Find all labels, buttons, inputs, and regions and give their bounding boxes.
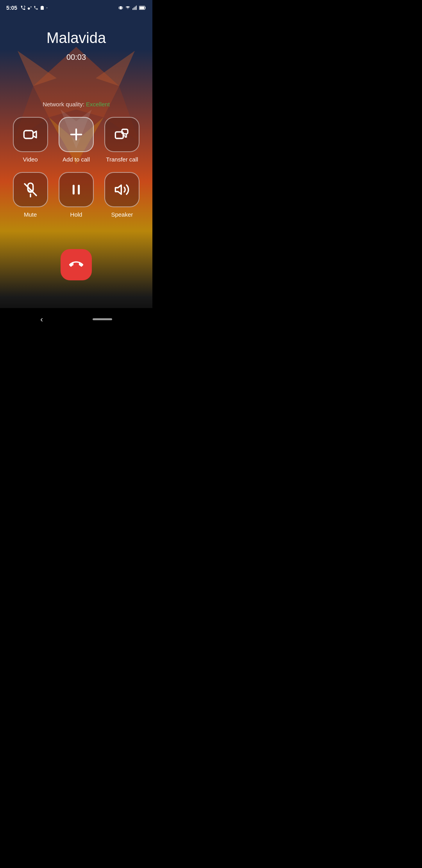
status-right xyxy=(118,5,146,11)
video-button[interactable] xyxy=(13,117,48,152)
transfer-call-label: Transfer call xyxy=(106,156,138,163)
missed-call-icon xyxy=(20,5,26,11)
plus-icon xyxy=(68,127,84,142)
speaker-button[interactable] xyxy=(104,172,139,207)
navigation-bar: ‹ xyxy=(0,308,152,330)
hold-button[interactable] xyxy=(59,172,94,207)
video-label: Video xyxy=(23,156,38,163)
pause-icon xyxy=(68,182,84,197)
back-button[interactable]: ‹ xyxy=(40,315,43,324)
video-button-wrapper[interactable]: Video xyxy=(11,117,49,163)
status-icons: · xyxy=(20,4,48,11)
svg-point-6 xyxy=(29,8,29,9)
end-call-wrapper xyxy=(61,249,92,280)
status-bar: 5:05 · xyxy=(0,0,152,14)
mute-label: Mute xyxy=(24,211,37,218)
signal-icon xyxy=(132,5,138,11)
phone-status-icon xyxy=(34,5,38,10)
hold-label: Hold xyxy=(70,211,82,218)
transfer-icon xyxy=(114,127,130,142)
key-icon xyxy=(27,5,32,10)
add-to-call-button-wrapper[interactable]: Add to call xyxy=(57,117,95,163)
speaker-icon xyxy=(114,182,130,197)
vibrate-icon xyxy=(118,5,123,11)
svg-rect-14 xyxy=(139,7,144,9)
battery-icon xyxy=(139,5,146,10)
transfer-call-button[interactable] xyxy=(104,117,139,152)
wifi-icon xyxy=(125,5,131,11)
network-quality-status: Excellent xyxy=(86,101,110,108)
caller-name: Malavida xyxy=(46,30,106,47)
mute-icon xyxy=(23,182,38,197)
speaker-label: Speaker xyxy=(111,211,133,218)
transfer-call-button-wrapper[interactable]: Transfer call xyxy=(103,117,141,163)
end-call-button[interactable] xyxy=(61,249,92,280)
mute-button-wrapper[interactable]: Mute xyxy=(11,172,49,218)
end-call-icon xyxy=(69,258,83,272)
video-icon xyxy=(23,127,38,142)
status-left: 5:05 · xyxy=(6,4,48,11)
svg-rect-15 xyxy=(24,131,33,138)
svg-marker-24 xyxy=(116,185,122,194)
main-content: Malavida 00:03 Network quality: Excellen… xyxy=(0,14,152,292)
hold-button-wrapper[interactable]: Hold xyxy=(57,172,95,218)
add-to-call-label: Add to call xyxy=(63,156,90,163)
status-time: 5:05 xyxy=(6,5,17,11)
call-duration: 00:03 xyxy=(66,53,86,62)
network-quality-label: Network quality: Excellent xyxy=(43,101,110,108)
speaker-button-wrapper[interactable]: Speaker xyxy=(103,172,141,218)
svg-rect-11 xyxy=(135,7,136,10)
mute-button[interactable] xyxy=(13,172,48,207)
clipboard-icon xyxy=(40,5,45,10)
svg-rect-9 xyxy=(132,8,133,10)
home-indicator[interactable] xyxy=(93,318,112,320)
call-controls-grid: Video Add to call Transfer call xyxy=(2,117,150,218)
svg-rect-12 xyxy=(136,5,137,10)
dot-icon: · xyxy=(46,4,48,11)
network-quality-text: Network quality: xyxy=(43,101,86,108)
add-to-call-button[interactable] xyxy=(59,117,94,152)
svg-rect-8 xyxy=(120,6,122,9)
svg-rect-10 xyxy=(134,7,134,10)
